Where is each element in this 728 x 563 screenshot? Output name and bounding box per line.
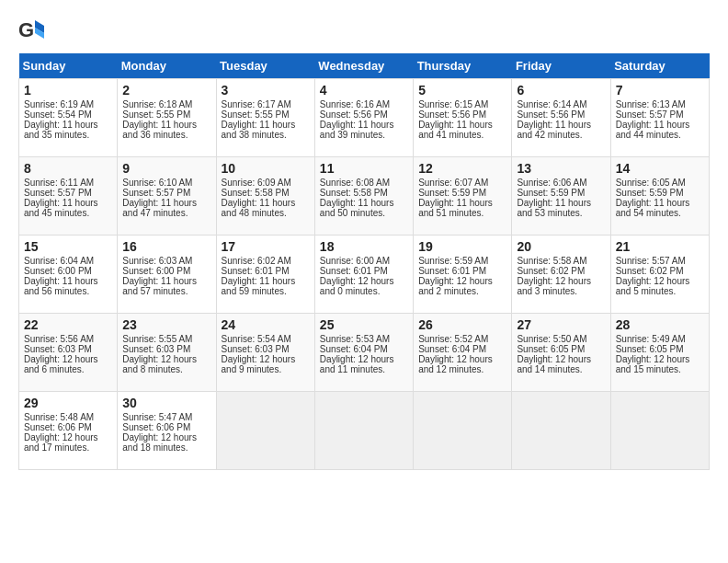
daylight-label: Daylight: 11 hours and 39 minutes. <box>320 120 394 140</box>
daylight-label: Daylight: 11 hours and 50 minutes. <box>320 198 394 218</box>
calendar-cell: 2 Sunrise: 6:18 AM Sunset: 5:55 PM Dayli… <box>118 79 216 157</box>
day-number: 1 <box>24 83 112 98</box>
day-number: 26 <box>418 317 506 332</box>
day-number: 18 <box>320 239 408 254</box>
calendar-cell <box>610 392 709 470</box>
calendar-cell: 3 Sunrise: 6:17 AM Sunset: 5:55 PM Dayli… <box>216 79 314 157</box>
daylight-label: Daylight: 11 hours and 47 minutes. <box>122 198 197 218</box>
col-header-wednesday: Wednesday <box>314 53 413 79</box>
sunrise-label: Sunrise: 6:11 AM <box>24 178 94 188</box>
calendar-week-1: 1 Sunrise: 6:19 AM Sunset: 5:54 PM Dayli… <box>19 79 710 157</box>
daylight-label: Daylight: 11 hours and 59 minutes. <box>222 276 296 296</box>
calendar-cell: 23 Sunrise: 5:55 AM Sunset: 6:03 PM Dayl… <box>118 314 216 392</box>
calendar-cell: 13 Sunrise: 6:06 AM Sunset: 5:59 PM Dayl… <box>512 157 610 236</box>
daylight-label: Daylight: 12 hours and 9 minutes. <box>222 354 296 374</box>
sunset-label: Sunset: 5:59 PM <box>517 188 585 198</box>
calendar-cell: 27 Sunrise: 5:50 AM Sunset: 6:05 PM Dayl… <box>512 314 610 392</box>
calendar-cell: 7 Sunrise: 6:13 AM Sunset: 5:57 PM Dayli… <box>610 79 709 157</box>
sunset-label: Sunset: 6:06 PM <box>122 422 190 432</box>
day-number: 12 <box>418 161 506 176</box>
sunset-label: Sunset: 5:59 PM <box>418 188 486 198</box>
day-number: 23 <box>122 317 210 332</box>
day-number: 4 <box>320 83 408 98</box>
daylight-label: Daylight: 12 hours and 14 minutes. <box>517 354 591 374</box>
sunrise-label: Sunrise: 6:07 AM <box>418 178 488 188</box>
daylight-label: Daylight: 12 hours and 0 minutes. <box>320 276 394 296</box>
sunset-label: Sunset: 6:00 PM <box>122 266 190 276</box>
daylight-label: Daylight: 12 hours and 11 minutes. <box>320 354 394 374</box>
calendar-cell: 25 Sunrise: 5:53 AM Sunset: 6:04 PM Dayl… <box>314 314 413 392</box>
sunset-label: Sunset: 5:54 PM <box>24 109 92 120</box>
day-number: 21 <box>616 239 704 254</box>
col-header-sunday: Sunday <box>19 53 118 79</box>
daylight-label: Daylight: 12 hours and 18 minutes. <box>122 432 197 453</box>
daylight-label: Daylight: 12 hours and 17 minutes. <box>24 432 98 453</box>
sunrise-label: Sunrise: 6:02 AM <box>222 256 291 266</box>
calendar-cell: 14 Sunrise: 6:05 AM Sunset: 5:59 PM Dayl… <box>610 157 709 236</box>
daylight-label: Daylight: 12 hours and 3 minutes. <box>517 276 591 296</box>
calendar-cell: 6 Sunrise: 6:14 AM Sunset: 5:56 PM Dayli… <box>512 79 610 157</box>
sunrise-label: Sunrise: 6:15 AM <box>418 99 488 109</box>
day-number: 8 <box>24 161 112 176</box>
daylight-label: Daylight: 11 hours and 35 minutes. <box>24 120 98 140</box>
day-number: 16 <box>122 239 210 254</box>
day-number: 15 <box>24 239 112 254</box>
day-number: 6 <box>517 83 605 98</box>
sunrise-label: Sunrise: 6:08 AM <box>320 178 390 188</box>
sunrise-label: Sunrise: 6:17 AM <box>222 99 291 109</box>
col-header-saturday: Saturday <box>610 53 709 79</box>
sunrise-label: Sunrise: 6:16 AM <box>320 99 390 109</box>
day-number: 3 <box>222 83 310 98</box>
daylight-label: Daylight: 11 hours and 42 minutes. <box>517 120 591 140</box>
daylight-label: Daylight: 11 hours and 44 minutes. <box>616 120 690 140</box>
calendar-cell <box>512 392 610 470</box>
sunrise-label: Sunrise: 6:00 AM <box>320 256 390 266</box>
header-row: SundayMondayTuesdayWednesdayThursdayFrid… <box>19 53 710 79</box>
day-number: 10 <box>222 161 310 176</box>
sunset-label: Sunset: 5:59 PM <box>616 188 684 198</box>
sunset-label: Sunset: 5:58 PM <box>320 188 388 198</box>
calendar-cell: 9 Sunrise: 6:10 AM Sunset: 5:57 PM Dayli… <box>118 157 216 236</box>
day-number: 5 <box>418 83 506 98</box>
calendar-cell: 10 Sunrise: 6:09 AM Sunset: 5:58 PM Dayl… <box>216 157 314 236</box>
sunset-label: Sunset: 5:58 PM <box>222 188 290 198</box>
calendar-cell: 30 Sunrise: 5:47 AM Sunset: 6:06 PM Dayl… <box>118 392 216 470</box>
daylight-label: Daylight: 11 hours and 53 minutes. <box>517 198 591 218</box>
calendar-cell: 8 Sunrise: 6:11 AM Sunset: 5:57 PM Dayli… <box>19 157 118 236</box>
sunrise-label: Sunrise: 6:14 AM <box>517 99 586 109</box>
sunrise-label: Sunrise: 6:18 AM <box>122 99 192 109</box>
daylight-label: Daylight: 12 hours and 15 minutes. <box>616 354 690 374</box>
calendar-week-2: 8 Sunrise: 6:11 AM Sunset: 5:57 PM Dayli… <box>19 157 710 236</box>
calendar-cell <box>414 392 512 470</box>
calendar-cell: 24 Sunrise: 5:54 AM Sunset: 6:03 PM Dayl… <box>216 314 314 392</box>
day-number: 13 <box>517 161 605 176</box>
calendar-table: SundayMondayTuesdayWednesdayThursdayFrid… <box>18 53 710 470</box>
sunset-label: Sunset: 6:04 PM <box>418 344 486 354</box>
calendar-cell: 12 Sunrise: 6:07 AM Sunset: 5:59 PM Dayl… <box>414 157 512 236</box>
daylight-label: Daylight: 12 hours and 12 minutes. <box>418 354 493 374</box>
sunset-label: Sunset: 6:05 PM <box>616 344 684 354</box>
col-header-tuesday: Tuesday <box>216 53 314 79</box>
day-number: 25 <box>320 317 408 332</box>
daylight-label: Daylight: 11 hours and 41 minutes. <box>418 120 493 140</box>
sunset-label: Sunset: 5:57 PM <box>122 188 190 198</box>
daylight-label: Daylight: 11 hours and 38 minutes. <box>222 120 296 140</box>
logo: G <box>18 18 48 44</box>
calendar-cell: 16 Sunrise: 6:03 AM Sunset: 6:00 PM Dayl… <box>118 236 216 314</box>
sunrise-label: Sunrise: 5:47 AM <box>122 412 192 422</box>
daylight-label: Daylight: 11 hours and 57 minutes. <box>122 276 197 296</box>
sunset-label: Sunset: 5:56 PM <box>517 109 585 120</box>
calendar-cell: 22 Sunrise: 5:56 AM Sunset: 6:03 PM Dayl… <box>19 314 118 392</box>
daylight-label: Daylight: 11 hours and 45 minutes. <box>24 198 98 218</box>
calendar-cell: 4 Sunrise: 6:16 AM Sunset: 5:56 PM Dayli… <box>314 79 413 157</box>
calendar-cell: 19 Sunrise: 5:59 AM Sunset: 6:01 PM Dayl… <box>414 236 512 314</box>
sunset-label: Sunset: 6:03 PM <box>122 344 190 354</box>
page-header: G <box>18 18 710 44</box>
daylight-label: Daylight: 11 hours and 51 minutes. <box>418 198 493 218</box>
calendar-cell: 29 Sunrise: 5:48 AM Sunset: 6:06 PM Dayl… <box>19 392 118 470</box>
day-number: 30 <box>122 396 210 410</box>
sunset-label: Sunset: 6:04 PM <box>320 344 388 354</box>
sunset-label: Sunset: 6:01 PM <box>222 266 290 276</box>
sunrise-label: Sunrise: 5:57 AM <box>616 256 686 266</box>
day-number: 14 <box>616 161 704 176</box>
